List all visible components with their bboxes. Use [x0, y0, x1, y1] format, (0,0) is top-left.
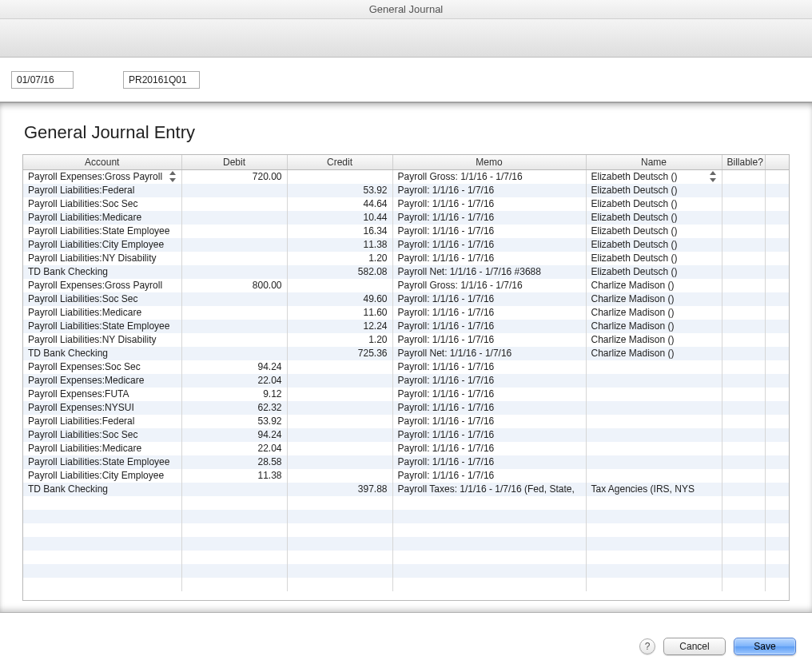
cell-empty[interactable]: [181, 551, 287, 564]
cell-empty[interactable]: [586, 564, 722, 578]
cell-account[interactable]: Payroll Expenses:Soc Sec: [23, 360, 181, 374]
table-row-empty[interactable]: [23, 551, 789, 564]
col-header-billable[interactable]: Billable?: [722, 155, 765, 170]
cell-billable[interactable]: [722, 401, 765, 415]
date-field[interactable]: [11, 71, 74, 89]
table-row[interactable]: Payroll Liabilities:Medicare10.44Payroll…: [23, 211, 789, 225]
cell-name[interactable]: Elizabeth Deutsch (): [586, 184, 722, 197]
cell-empty[interactable]: [287, 523, 392, 537]
cell-account[interactable]: Payroll Expenses:Gross Payroll: [23, 170, 181, 184]
cell-debit[interactable]: [181, 292, 287, 306]
cell-empty[interactable]: [181, 578, 287, 591]
cell-empty[interactable]: [23, 537, 181, 551]
cell-empty[interactable]: [392, 496, 586, 510]
journal-grid[interactable]: Account Debit Credit Memo Name Billable?…: [22, 154, 790, 601]
cell-name[interactable]: Elizabeth Deutsch (): [586, 170, 722, 184]
cell-debit[interactable]: 9.12: [181, 388, 287, 401]
cell-debit[interactable]: 720.00: [181, 170, 287, 184]
table-row[interactable]: TD Bank Checking582.08Payroll Net: 1/1/1…: [23, 265, 789, 279]
cell-billable[interactable]: [722, 279, 765, 292]
cell-credit[interactable]: [287, 388, 392, 401]
cell-name[interactable]: [586, 401, 722, 415]
cell-account[interactable]: Payroll Liabilities:Medicare: [23, 442, 181, 455]
cell-empty[interactable]: [586, 523, 722, 537]
cell-name[interactable]: Charlize Madison (): [586, 333, 722, 347]
cell-debit[interactable]: 11.38: [181, 469, 287, 483]
cell-memo[interactable]: Payroll: 1/1/16 - 1/7/16: [392, 374, 586, 388]
cell-memo[interactable]: Payroll: 1/1/16 - 1/7/16: [392, 238, 586, 252]
cell-empty[interactable]: [287, 537, 392, 551]
cell-account[interactable]: Payroll Liabilities:Federal: [23, 415, 181, 428]
cell-credit[interactable]: 725.36: [287, 347, 392, 360]
cell-empty[interactable]: [722, 523, 765, 537]
cell-name[interactable]: [586, 469, 722, 483]
cell-billable[interactable]: [722, 333, 765, 347]
cell-credit[interactable]: 44.64: [287, 197, 392, 211]
cell-name[interactable]: [586, 374, 722, 388]
cell-memo[interactable]: Payroll: 1/1/16 - 1/7/16: [392, 401, 586, 415]
cell-billable[interactable]: [722, 374, 765, 388]
cell-credit[interactable]: [287, 455, 392, 469]
cell-debit[interactable]: 62.32: [181, 401, 287, 415]
cell-empty[interactable]: [23, 551, 181, 564]
cell-credit[interactable]: [287, 279, 392, 292]
cell-empty[interactable]: [722, 496, 765, 510]
table-row-empty[interactable]: [23, 510, 789, 523]
table-row[interactable]: Payroll Liabilities:Soc Sec94.24Payroll:…: [23, 428, 789, 442]
cell-memo[interactable]: Payroll: 1/1/16 - 1/7/16: [392, 415, 586, 428]
cell-empty[interactable]: [586, 496, 722, 510]
cell-name[interactable]: [586, 360, 722, 374]
cell-empty[interactable]: [586, 578, 722, 591]
cell-billable[interactable]: [722, 442, 765, 455]
cell-empty[interactable]: [287, 564, 392, 578]
cell-billable[interactable]: [722, 347, 765, 360]
cell-empty[interactable]: [287, 578, 392, 591]
cell-billable[interactable]: [722, 197, 765, 211]
cell-credit[interactable]: [287, 428, 392, 442]
table-row[interactable]: Payroll Liabilities:State Employee28.58P…: [23, 455, 789, 469]
help-button[interactable]: ?: [639, 638, 655, 654]
cell-billable[interactable]: [722, 455, 765, 469]
table-row[interactable]: Payroll Expenses:Gross Payroll720.00Payr…: [23, 170, 789, 184]
cell-memo[interactable]: Payroll: 1/1/16 - 1/7/16: [392, 320, 586, 333]
cell-billable[interactable]: [722, 225, 765, 238]
cell-name[interactable]: Elizabeth Deutsch (): [586, 238, 722, 252]
table-row-empty[interactable]: [23, 523, 789, 537]
cell-debit[interactable]: 22.04: [181, 442, 287, 455]
cell-empty[interactable]: [181, 510, 287, 523]
reference-field[interactable]: [123, 71, 200, 89]
cell-empty[interactable]: [586, 551, 722, 564]
cell-credit[interactable]: 397.88: [287, 483, 392, 496]
cell-empty[interactable]: [181, 496, 287, 510]
cell-empty[interactable]: [392, 523, 586, 537]
table-row-empty[interactable]: [23, 564, 789, 578]
cell-memo[interactable]: Payroll Net: 1/1/16 - 1/7/16 #3688: [392, 265, 586, 279]
cell-empty[interactable]: [23, 510, 181, 523]
table-row[interactable]: Payroll Liabilities:State Employee12.24P…: [23, 320, 789, 333]
cell-debit[interactable]: [181, 211, 287, 225]
cell-debit[interactable]: [181, 184, 287, 197]
cell-memo[interactable]: Payroll: 1/1/16 - 1/7/16: [392, 388, 586, 401]
cell-debit[interactable]: 28.58: [181, 455, 287, 469]
cell-debit[interactable]: [181, 483, 287, 496]
stepper-icon[interactable]: [169, 171, 177, 182]
cell-debit[interactable]: [181, 238, 287, 252]
cell-credit[interactable]: 10.44: [287, 211, 392, 225]
cell-empty[interactable]: [287, 496, 392, 510]
cancel-button[interactable]: Cancel: [663, 638, 726, 655]
cell-billable[interactable]: [722, 252, 765, 265]
cell-billable[interactable]: [722, 415, 765, 428]
cell-empty[interactable]: [23, 496, 181, 510]
cell-billable[interactable]: [722, 320, 765, 333]
cell-memo[interactable]: Payroll: 1/1/16 - 1/7/16: [392, 428, 586, 442]
cell-billable[interactable]: [722, 211, 765, 225]
col-header-debit[interactable]: Debit: [181, 155, 287, 170]
cell-memo[interactable]: Payroll: 1/1/16 - 1/7/16: [392, 225, 586, 238]
cell-memo[interactable]: Payroll: 1/1/16 - 1/7/16: [392, 211, 586, 225]
cell-empty[interactable]: [392, 578, 586, 591]
cell-name[interactable]: [586, 388, 722, 401]
table-row[interactable]: Payroll Liabilities:NY Disability1.20Pay…: [23, 333, 789, 347]
cell-memo[interactable]: Payroll: 1/1/16 - 1/7/16: [392, 442, 586, 455]
table-row[interactable]: Payroll Expenses:Gross Payroll800.00Payr…: [23, 279, 789, 292]
cell-account[interactable]: Payroll Liabilities:Soc Sec: [23, 428, 181, 442]
